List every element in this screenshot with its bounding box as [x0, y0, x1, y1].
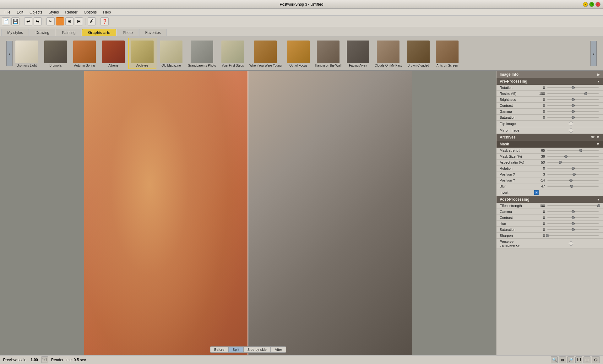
slider-thumb-4[interactable]	[572, 228, 575, 231]
flip-image-checkbox[interactable]	[569, 122, 573, 126]
slider-thumb-4[interactable]	[573, 173, 576, 176]
preserve-checkbox[interactable]	[569, 241, 573, 246]
one-to-one-button[interactable]: 1:1	[41, 356, 48, 363]
filter-item-0[interactable]: Bromoils Light	[13, 38, 41, 69]
filter-item-9[interactable]: Out of Focus	[284, 38, 312, 69]
zoom-out-button[interactable]: 🔍	[551, 356, 558, 363]
slider-track-3[interactable]	[547, 168, 599, 169]
slider-track-1[interactable]	[547, 93, 599, 94]
slider-track-0[interactable]	[547, 205, 599, 206]
slider-track-6[interactable]	[547, 186, 599, 187]
slider-thumb-2[interactable]	[572, 216, 575, 219]
slider-track-2[interactable]	[547, 99, 599, 100]
menu-help[interactable]: Help	[100, 9, 114, 15]
slider-track-4[interactable]	[547, 229, 599, 230]
render-button[interactable]	[56, 17, 64, 25]
pre-processing-header[interactable]: Pre-Processing ▼	[497, 78, 603, 85]
tab-favorites[interactable]: Favorites	[139, 29, 166, 36]
filter-item-8[interactable]: When You Were Young	[247, 38, 284, 69]
zoom-100-button[interactable]: 1:1	[575, 356, 582, 363]
zoom-fit-button[interactable]: ⊞	[559, 356, 566, 363]
slider-track-2[interactable]	[547, 217, 599, 218]
slider-thumb-2[interactable]	[559, 161, 562, 164]
menu-objects[interactable]: Objects	[26, 9, 46, 15]
slider-thumb-5[interactable]	[569, 179, 573, 182]
undo-button[interactable]: ↩	[24, 17, 32, 25]
slider-track-5[interactable]	[547, 235, 599, 236]
archives-arrow[interactable]: ▼	[596, 135, 600, 139]
preview-after-button[interactable]: After	[271, 346, 286, 353]
filter-item-6[interactable]: Grandparents Photo	[186, 38, 218, 69]
menu-render[interactable]: Render	[62, 9, 80, 15]
maximize-button[interactable]: □	[589, 2, 594, 7]
archives-eye-icon[interactable]: 👁	[591, 135, 595, 139]
mirror-image-checkbox[interactable]	[569, 128, 573, 133]
view-button[interactable]: ⊟	[75, 17, 83, 25]
preview-sidebyside-button[interactable]: Side-by-side	[243, 346, 271, 353]
close-button[interactable]: ×	[595, 2, 600, 7]
slider-thumb-0[interactable]	[597, 204, 600, 207]
slider-thumb-5[interactable]	[546, 234, 549, 237]
slider-thumb-3[interactable]	[572, 167, 575, 170]
slider-track-3[interactable]	[547, 105, 599, 106]
slider-track-5[interactable]	[547, 180, 599, 181]
invert-checkbox[interactable]: ✓	[534, 190, 539, 195]
filter-item-11[interactable]: Fading Away	[344, 38, 372, 69]
grid-button[interactable]: ⊞	[65, 17, 73, 25]
save-button[interactable]: 💾	[11, 17, 19, 25]
tab-my-styles[interactable]: My styles	[1, 29, 29, 36]
slider-track-0[interactable]	[547, 87, 599, 88]
filter-item-14[interactable]: Ants on Screen	[433, 38, 461, 69]
zoom-window-button[interactable]: ⊡	[584, 356, 590, 363]
image-info-header[interactable]: Image Info ▶	[497, 71, 603, 78]
slider-track-3[interactable]	[547, 223, 599, 224]
filter-item-3[interactable]: Athene	[99, 38, 128, 69]
archives-header[interactable]: Archives 👁 ▼	[497, 134, 603, 141]
filter-item-4[interactable]: Archives	[128, 38, 156, 69]
filter-prev-button[interactable]: ‹	[6, 41, 13, 66]
new-button[interactable]: 📄	[2, 17, 10, 25]
filter-item-7[interactable]: Your First Steps	[219, 38, 247, 69]
filter-item-5[interactable]: Old Magazine	[157, 38, 185, 69]
preview-split-button[interactable]: Split	[228, 346, 243, 353]
brush-button[interactable]: 🖊	[88, 17, 96, 25]
slider-thumb-6[interactable]	[570, 185, 573, 188]
minimize-button[interactable]: −	[583, 2, 588, 7]
preview-before-button[interactable]: Before	[210, 346, 228, 353]
slider-thumb-1[interactable]	[572, 210, 575, 213]
menu-options[interactable]: Options	[81, 9, 100, 15]
slider-thumb-1[interactable]	[584, 92, 587, 95]
slider-track-4[interactable]	[547, 111, 599, 112]
slider-thumb-3[interactable]	[572, 104, 575, 107]
slider-track-5[interactable]	[547, 117, 599, 118]
zoom-in-button[interactable]: 🔎	[567, 356, 574, 363]
split-line[interactable]	[247, 71, 248, 355]
redo-button[interactable]: ↪	[34, 17, 42, 25]
help-button[interactable]: ❓	[100, 17, 109, 25]
filter-item-13[interactable]: Brown Clouded	[404, 38, 432, 69]
post-processing-header[interactable]: Post-Processing ▼	[497, 196, 603, 203]
slider-thumb-4[interactable]	[572, 110, 575, 113]
filter-next-button[interactable]: ›	[590, 41, 597, 66]
slider-track-4[interactable]	[547, 174, 599, 175]
tab-drawing[interactable]: Drawing	[30, 29, 55, 36]
menu-styles[interactable]: Styles	[46, 9, 62, 15]
tab-photo[interactable]: Photo	[117, 29, 139, 36]
slider-track-2[interactable]	[547, 162, 599, 163]
slider-thumb-0[interactable]	[579, 149, 582, 152]
slider-thumb-1[interactable]	[564, 155, 568, 158]
slider-thumb-2[interactable]	[572, 98, 575, 101]
filter-item-10[interactable]: Hangin on the Wall	[313, 38, 343, 69]
menu-file[interactable]: File	[1, 9, 14, 15]
slider-track-1[interactable]	[547, 156, 599, 157]
slider-track-1[interactable]	[547, 211, 599, 212]
mask-header[interactable]: Mask ▼	[497, 141, 603, 148]
slider-thumb-3[interactable]	[572, 222, 575, 225]
crop-button[interactable]: ✂	[46, 17, 55, 25]
filter-item-1[interactable]: Bromoils	[41, 38, 70, 69]
slider-thumb-5[interactable]	[572, 116, 575, 119]
slider-track-0[interactable]	[547, 150, 599, 151]
filter-item-2[interactable]: Autumn Spring	[70, 38, 99, 69]
tab-graphic-arts[interactable]: Graphic arts	[82, 29, 116, 36]
filter-item-12[interactable]: Clouds On My Past	[373, 38, 404, 69]
